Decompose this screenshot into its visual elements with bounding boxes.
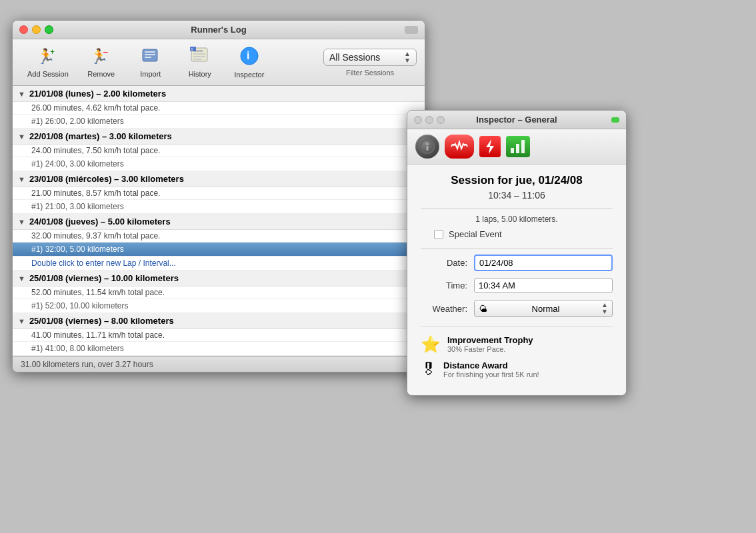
inspector-title: Inspector – General [476,115,557,125]
weather-icon: 🌤 [479,304,487,314]
status-bar: 31.00 kilometers run, over 3.27 hours [13,356,425,372]
inspector-divider-2 [421,249,613,249]
session-detail-6: 41.00 minutes, 11.71 km/h total pace. [13,329,425,342]
inspector-heart-rate-button[interactable] [445,135,474,159]
add-session-button[interactable]: 🏃 + Add Session [21,44,75,81]
insp-maximize-button[interactable] [437,116,445,124]
weather-select[interactable]: 🌤 Normal ▲▼ [474,300,613,317]
session-group-5: ▼ 25/01/08 (viernes) – 10.00 kilometers … [13,270,425,313]
import-label: Import [140,70,161,78]
history-icon: ≡ [190,47,210,69]
weather-field-row: Weather: 🌤 Normal ▲▼ [421,300,613,317]
session-title-4: 24/01/08 (jueves) – 5.00 kilometers [29,217,171,227]
minimize-button[interactable] [32,25,41,34]
remove-button[interactable]: 🏃 – Remove [78,44,125,81]
filter-arrow-icon: ▲▼ [404,51,411,64]
inspector-icon: i [239,46,259,69]
inspector-green-indicator [611,117,619,123]
collapse-arrow-1: ▼ [18,90,25,98]
collapse-arrow-2: ▼ [18,133,25,141]
session-lap-5[interactable]: #1) 52:00, 10.00 kilometers [13,299,425,313]
svg-rect-7 [145,57,151,58]
inspector-general-button[interactable] [415,135,439,159]
distance-award-icon: 🎖 [421,360,437,379]
collapse-arrow-3: ▼ [18,175,25,183]
session-header-3[interactable]: ▼ 23/01/08 (miércoles) – 3.00 kilometers [13,171,425,187]
award-item-1: ⭐ Improvement Trophy 30% Faster Pace. [421,335,613,354]
session-group-3: ▼ 23/01/08 (miércoles) – 3.00 kilometers… [13,171,425,214]
session-lap-2[interactable]: #1) 24:00, 3.00 kilometers [13,157,425,171]
inspector-toolbar [407,129,626,165]
date-label: Date: [421,258,467,268]
maximize-button[interactable] [45,25,53,34]
svg-rect-10 [193,53,205,55]
session-detail-3: 21.00 minutes, 8.57 km/h total pace. [13,187,425,200]
inspector-activity-button[interactable] [479,136,501,157]
insp-minimize-button[interactable] [425,116,433,124]
svg-text:–: – [103,47,108,57]
session-header-1[interactable]: ▼ 21/01/08 (lunes) – 2.00 kilometers [13,86,425,102]
session-lap-1[interactable]: #1) 26:00, 2.00 kilometers [13,115,425,129]
inspector-traffic-lights [414,116,445,124]
inspector-content: Session for jue, 01/24/08 10:34 – 11:06 … [407,165,626,395]
session-header-4[interactable]: ▼ 24/01/08 (jueves) – 5.00 kilometers [13,214,425,230]
award-item-2: 🎖 Distance Award For finishing your firs… [421,360,613,379]
add-session-label: Add Session [27,70,69,78]
import-icon [141,47,161,69]
session-detail-1: 26.00 minutes, 4.62 km/h total pace. [13,102,425,115]
svg-point-18 [426,143,429,145]
time-input[interactable] [474,278,613,293]
main-window-title: Runner's Log [191,25,246,35]
inspector-time-range: 10:34 – 11:06 [421,190,613,201]
main-toolbar: 🏃 + Add Session 🏃 – Remove [13,39,425,86]
inspector-stats-button[interactable] [506,136,530,157]
filter-selected-value: All Sessions [329,52,380,63]
special-event-label: Special Event [449,229,502,239]
date-input[interactable] [474,255,613,271]
award-desc-2: For finishing your first 5K run! [443,370,539,378]
remove-icon: 🏃 – [90,47,113,69]
session-lap-4-dblclick[interactable]: Double click to enter new Lap / Interval… [13,257,425,270]
inspector-awards: ⭐ Improvement Trophy 30% Faster Pace. 🎖 … [421,326,613,379]
sessions-list: ▼ 21/01/08 (lunes) – 2.00 kilometers 26.… [13,86,425,356]
insp-close-button[interactable] [414,116,422,124]
inspector-special-event: Special Event [421,229,613,239]
inspector-divider-1 [421,209,613,209]
session-header-5[interactable]: ▼ 25/01/08 (viernes) – 10.00 kilometers [13,270,425,286]
session-group-6: ▼ 25/01/08 (viernes) – 8.00 kilometers 4… [13,313,425,356]
svg-rect-22 [516,144,519,153]
session-title-6: 25/01/08 (viernes) – 8.00 kilometers [29,316,174,326]
history-button[interactable]: ≡ History [177,44,223,81]
status-bar-text: 31.00 kilometers run, over 3.27 hours [21,360,153,369]
session-lap-3[interactable]: #1) 21:00, 3.00 kilometers [13,200,425,214]
session-title-3: 23/01/08 (miércoles) – 3.00 kilometers [29,174,184,184]
resize-icon[interactable] [405,26,418,34]
session-lap-4-selected[interactable]: #1) 32:00, 5.00 kilometers [13,243,425,257]
inspector-titlebar: Inspector – General [407,111,626,129]
session-header-2[interactable]: ▼ 22/01/08 (martes) – 3.00 kilometers [13,129,425,145]
svg-text:≡: ≡ [191,47,193,51]
collapse-arrow-5: ▼ [18,274,25,282]
add-session-icon: 🏃 + [37,47,59,69]
session-header-6[interactable]: ▼ 25/01/08 (viernes) – 8.00 kilometers [13,313,425,329]
svg-text:+: + [50,47,55,57]
session-lap-6[interactable]: #1) 41:00, 8.00 kilometers [13,342,425,356]
weather-arrow-icon: ▲▼ [601,302,608,315]
svg-rect-23 [521,140,525,153]
main-window: Runner's Log 🏃 + Add Session 🏃 – Remove [12,20,425,372]
collapse-arrow-4: ▼ [18,218,25,226]
svg-text:i: i [247,50,249,61]
award-desc-1: 30% Faster Pace. [447,345,533,353]
award-text-2: Distance Award For finishing your first … [443,360,539,378]
import-button[interactable]: Import [127,44,174,81]
svg-rect-11 [193,56,205,57]
inspector-button[interactable]: i Inspector [226,43,273,81]
filter-select[interactable]: All Sessions ▲▼ [323,49,417,66]
weather-label: Weather: [421,304,467,314]
special-event-checkbox[interactable] [434,230,443,239]
remove-label: Remove [87,70,115,78]
svg-rect-19 [427,146,429,151]
session-group-1: ▼ 21/01/08 (lunes) – 2.00 kilometers 26.… [13,86,425,129]
close-button[interactable] [19,25,28,34]
time-field-row: Time: [421,278,613,293]
